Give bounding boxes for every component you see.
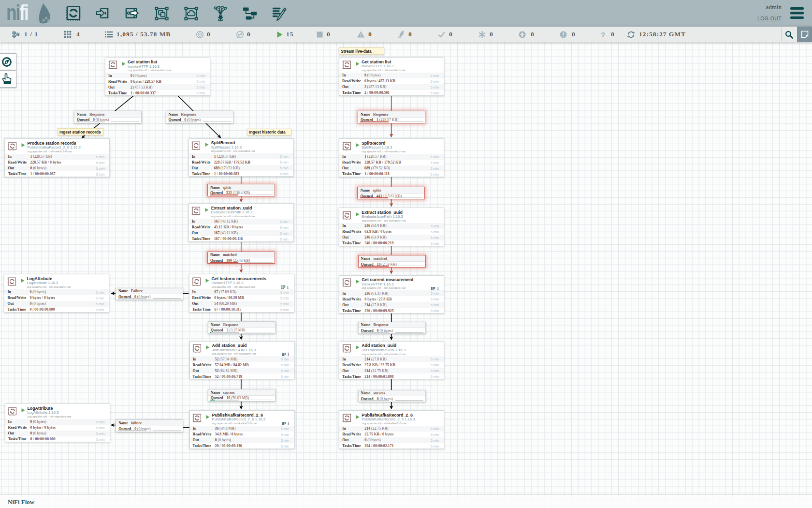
svg-text:?: ? (601, 30, 605, 39)
